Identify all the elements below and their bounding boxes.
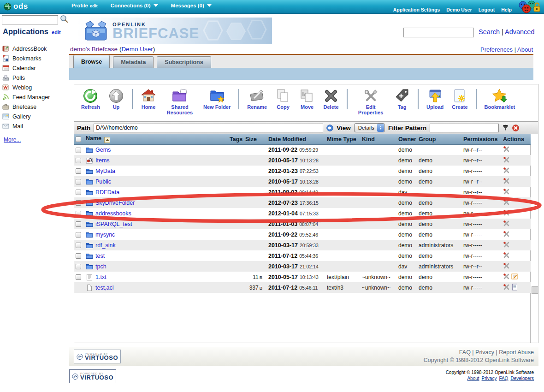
row-checkbox[interactable] <box>76 253 81 259</box>
tools-icon[interactable] <box>503 231 510 238</box>
row-checkbox[interactable] <box>76 168 81 174</box>
tools-icon[interactable] <box>503 209 510 216</box>
tools-icon[interactable] <box>503 146 510 153</box>
sidebar-item-calendar[interactable]: Calendar <box>2 63 50 73</box>
tools-icon[interactable] <box>503 273 510 280</box>
virtuoso-badge[interactable]: POWERED BYVIRTUOSO <box>74 350 121 363</box>
toolbar-move-button[interactable]: Move <box>295 88 319 110</box>
folder-link[interactable]: Items <box>95 157 110 164</box>
folder-link[interactable]: mysync <box>95 232 115 238</box>
toolbar-home-button[interactable]: Home <box>136 88 160 110</box>
folder-link[interactable]: iSPARQL_test <box>95 221 132 227</box>
topbar-link-help[interactable]: Help <box>501 7 512 12</box>
clear-filter-icon[interactable] <box>512 125 519 131</box>
topbar-link-application-settings[interactable]: Application Settings <box>393 7 440 12</box>
row-checkbox[interactable] <box>76 158 81 163</box>
topbar-link-logout[interactable]: Logout <box>479 7 495 12</box>
tab-browse[interactable]: Browse <box>73 55 110 68</box>
toolbar-copy-button[interactable]: Copy <box>271 88 295 110</box>
folder-link[interactable]: rdf_sink <box>95 242 116 249</box>
tools-icon[interactable] <box>503 284 510 291</box>
row-checkbox[interactable] <box>76 274 81 280</box>
folder-link[interactable]: MyData <box>95 168 115 174</box>
tab-subscriptions[interactable]: Subscriptions <box>157 56 211 68</box>
toolbar-refresh-button[interactable]: Refresh <box>77 88 104 110</box>
file-link[interactable]: 1.txt <box>95 274 106 280</box>
tools-icon[interactable] <box>503 220 510 227</box>
bottom-link-faq[interactable]: FAQ <box>499 376 508 381</box>
bottom-link-developers[interactable]: Developers <box>510 376 534 381</box>
sidebar-item-feed-manager[interactable]: Feed Manager <box>2 92 50 102</box>
row-checkbox[interactable] <box>76 190 81 195</box>
sidebar-item-mail[interactable]: Mail <box>2 121 50 131</box>
file-link[interactable]: test,acl <box>95 285 114 291</box>
main-search-input[interactable] <box>403 28 474 37</box>
folder-link[interactable]: RDFData <box>95 189 119 196</box>
more-link[interactable]: More... <box>4 137 21 143</box>
folder-link[interactable]: Gems <box>95 147 111 153</box>
virtuoso-badge-bottom[interactable]: POWERED BYVIRTUOSO <box>69 369 116 383</box>
tools-icon[interactable] <box>503 156 510 163</box>
footer-link-privacy[interactable]: Privacy <box>475 349 494 356</box>
row-checkbox[interactable] <box>76 232 81 238</box>
row-checkbox[interactable] <box>76 221 81 227</box>
doc-view-icon[interactable] <box>511 284 518 291</box>
tools-icon[interactable] <box>503 188 510 195</box>
folder-link[interactable]: addressbooks <box>95 210 131 217</box>
footer-link-report-abuse[interactable]: Report Abuse <box>499 349 534 356</box>
menu-profile[interactable]: Profileedit <box>71 3 98 8</box>
view-select[interactable]: Details ▲▼ <box>354 123 385 132</box>
row-checkbox[interactable] <box>76 211 81 216</box>
about-link[interactable]: About <box>517 46 533 53</box>
sort-ascending-icon[interactable] <box>104 137 110 143</box>
search-icon[interactable] <box>60 15 68 23</box>
toolbar-new-folder-button[interactable]: New Folder <box>199 88 235 110</box>
row-checkbox[interactable] <box>76 264 81 269</box>
row-checkbox[interactable] <box>76 148 81 153</box>
toolbar-tag-button[interactable]: Tag <box>390 88 414 110</box>
menu-messages-0[interactable]: Messages (0) <box>171 3 212 8</box>
go-icon[interactable] <box>326 125 333 131</box>
note-edit-icon[interactable] <box>511 273 518 280</box>
preferences-link[interactable]: Preferences <box>480 46 513 53</box>
filter-pattern-input[interactable] <box>430 124 499 132</box>
row-checkbox[interactable] <box>76 243 81 248</box>
tools-icon[interactable] <box>503 178 510 184</box>
tools-icon[interactable] <box>503 262 510 269</box>
footer-link-faq[interactable]: FAQ <box>459 349 471 356</box>
select-all-checkbox[interactable] <box>76 137 81 142</box>
sidebar-item-gallery[interactable]: Gallery <box>2 112 50 121</box>
sidebar-item-polls[interactable]: Polls <box>2 73 50 83</box>
toolbar-delete-button[interactable]: Delete <box>319 88 343 110</box>
ods-logo[interactable]: ods <box>4 2 28 11</box>
smileys-lock-icon[interactable] <box>516 0 541 15</box>
sidebar-item-bookmarks[interactable]: Bookmarks <box>2 53 50 63</box>
applications-edit-link[interactable]: edit <box>52 30 61 35</box>
sidebar-item-weblog[interactable]: Weblog <box>2 83 50 92</box>
tab-metadata[interactable]: Metadata <box>113 56 154 68</box>
folder-link[interactable]: Public <box>95 178 111 185</box>
toolbar-up-button[interactable]: Up <box>104 88 128 110</box>
menu-edit-link[interactable]: edit <box>90 3 98 8</box>
row-checkbox[interactable] <box>76 179 81 184</box>
search-link[interactable]: Search <box>479 28 500 36</box>
tools-icon[interactable] <box>503 199 510 206</box>
advanced-link[interactable]: Advanced <box>505 28 535 36</box>
toolbar-rename-button[interactable]: Rename <box>243 88 271 110</box>
path-input[interactable] <box>94 124 323 132</box>
tools-icon[interactable] <box>503 252 510 259</box>
toolbar-bookmarklet-button[interactable]: Bookmarklet <box>480 88 520 110</box>
tools-icon[interactable] <box>503 241 510 248</box>
toolbar-edit-properties-button[interactable]: Edit Properties <box>351 88 390 115</box>
topbar-link-demo-user[interactable]: Demo User <box>446 7 472 12</box>
bottom-link-privacy[interactable]: Privacy <box>482 376 497 381</box>
toolbar-create-button[interactable]: Create <box>448 88 472 110</box>
toolbar-shared-resources-button[interactable]: Shared Resources <box>160 88 199 115</box>
folder-link[interactable]: tpch <box>95 263 106 270</box>
demo-user-link[interactable]: Demo User <box>121 46 153 53</box>
toolbar-upload-button[interactable]: Upload <box>422 88 448 110</box>
folder-link[interactable]: SkyDriveFolder <box>95 200 135 206</box>
filter-funnel-icon[interactable] <box>502 125 509 131</box>
menu-connections-0[interactable]: Connections (0) <box>111 3 158 8</box>
sidebar-search-input[interactable] <box>2 15 58 24</box>
